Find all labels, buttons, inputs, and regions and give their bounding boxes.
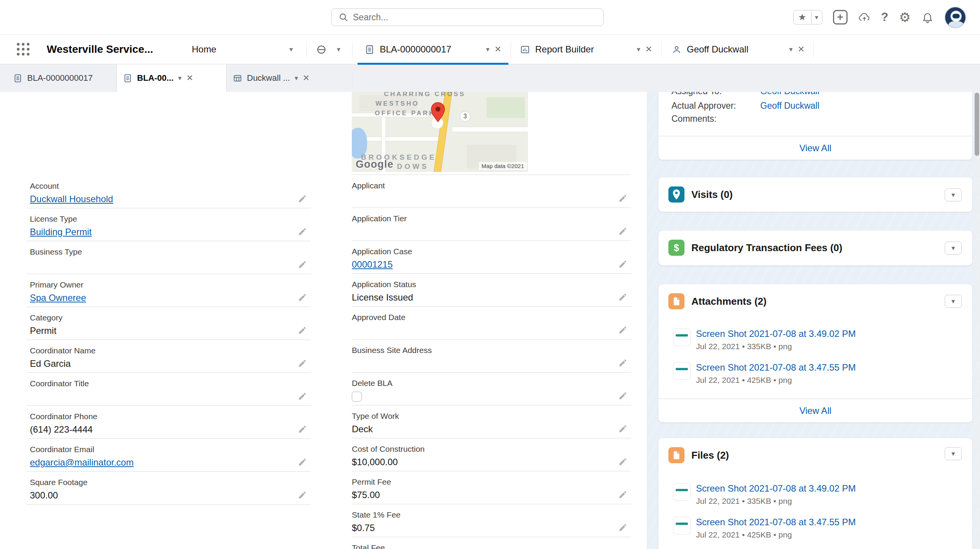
- close-icon[interactable]: ✕: [186, 73, 193, 83]
- card-title[interactable]: Visits (0): [691, 189, 733, 201]
- edit-pencil-icon[interactable]: [618, 325, 627, 335]
- vertical-scrollbar[interactable]: [974, 92, 980, 549]
- nav-item-temp-icon[interactable]: [316, 34, 327, 64]
- edit-pencil-icon[interactable]: [298, 490, 307, 500]
- edit-pencil-icon[interactable]: [618, 490, 627, 499]
- subtab-bla-active[interactable]: BLA-00... ▾ ✕: [116, 64, 227, 92]
- record-doc-icon: [13, 74, 23, 83]
- nav-tab-bla[interactable]: BLA-0000000017 ▾ ✕: [358, 34, 508, 64]
- close-icon[interactable]: ✕: [645, 44, 652, 54]
- nav-tab-contact[interactable]: Geoff Duckwall ▾ ✕: [665, 34, 812, 64]
- close-icon[interactable]: ✕: [798, 44, 805, 54]
- field-label: Coordinator Title: [30, 373, 311, 388]
- detail-center-column: CHARRING CROSS WESTSHO OFFICE PARK BROOK…: [352, 92, 631, 549]
- chevron-down-icon[interactable]: ▾: [294, 74, 298, 82]
- card-title[interactable]: Regulatory Transaction Fees (0): [691, 242, 842, 254]
- collapse-chevron-button[interactable]: ▾: [945, 447, 962, 460]
- app-name: Westerville Service...: [47, 34, 153, 64]
- avatar-visor: [952, 14, 960, 18]
- approval-value-link[interactable]: Geoff Duckwall: [760, 101, 819, 111]
- view-all-link[interactable]: View All: [799, 143, 831, 154]
- setup-gear-icon[interactable]: ⚙: [899, 10, 911, 25]
- edit-pencil-icon[interactable]: [298, 392, 307, 401]
- edit-pencil-icon[interactable]: [298, 359, 307, 368]
- edit-pencil-icon[interactable]: [298, 293, 307, 302]
- approval-row-assigned-to: Assigned To: Geoff Duckwall: [671, 92, 963, 96]
- card-title[interactable]: Attachments (2): [691, 296, 766, 307]
- field-label: Applicant: [352, 175, 631, 190]
- nav-tab-report-builder[interactable]: Report Builder ▾ ✕: [513, 34, 659, 64]
- global-search-box[interactable]: Search...: [331, 8, 604, 26]
- card-title[interactable]: Files (2): [691, 449, 729, 461]
- nav-temp-chevron-icon[interactable]: ▾: [337, 34, 340, 64]
- attachment-name-link[interactable]: Screen Shot 2021-07-08 at 3.47.55 PM: [696, 362, 856, 373]
- close-icon[interactable]: ✕: [303, 73, 310, 83]
- field-value-link[interactable]: Duckwall Household: [30, 194, 113, 205]
- app-launcher-icon[interactable]: [17, 43, 30, 56]
- field-row-application-tier: Application Tier: [352, 208, 631, 241]
- close-icon[interactable]: ✕: [495, 44, 501, 54]
- chevron-down-icon[interactable]: ▾: [637, 45, 640, 54]
- field-value: [352, 358, 631, 369]
- file-name-link[interactable]: Screen Shot 2021-07-08 at 3.49.02 PM: [696, 483, 856, 494]
- edit-pencil-icon[interactable]: [618, 292, 627, 302]
- notifications-bell-icon[interactable]: [921, 11, 934, 23]
- edit-pencil-icon[interactable]: [618, 523, 627, 532]
- collapse-chevron-button[interactable]: ▾: [945, 188, 962, 201]
- field-value: [352, 226, 631, 238]
- edit-pencil-icon[interactable]: [618, 391, 627, 400]
- edit-pencil-icon[interactable]: [298, 227, 307, 236]
- subtab-duckwall[interactable]: Duckwall ... ▾ ✕: [227, 64, 351, 92]
- edit-pencil-icon[interactable]: [618, 457, 627, 466]
- scrollbar-thumb[interactable]: [975, 93, 979, 156]
- delete-bla-checkbox[interactable]: [352, 392, 362, 402]
- help-icon[interactable]: ?: [881, 10, 889, 24]
- edit-pencil-icon[interactable]: [298, 260, 307, 269]
- attachments-card-header: Attachments (2): [658, 284, 972, 319]
- nav-divider: [662, 41, 662, 57]
- field-value-link[interactable]: edgarcia@mailinator.com: [30, 457, 134, 469]
- field-value-link[interactable]: Spa Owneree: [30, 292, 86, 304]
- edit-pencil-icon[interactable]: [298, 425, 307, 434]
- user-avatar[interactable]: [944, 7, 966, 28]
- field-label: Delete BLA: [352, 373, 631, 388]
- approval-value-link[interactable]: Geoff Duckwall: [760, 92, 819, 96]
- nav-item-home[interactable]: Home: [192, 34, 216, 64]
- guidance-center-cloud-icon[interactable]: [858, 11, 871, 23]
- attachment-thumbnail[interactable]: [673, 362, 691, 380]
- chevron-down-icon[interactable]: ▾: [789, 45, 793, 54]
- view-all-link[interactable]: View All: [799, 405, 831, 416]
- edit-pencil-icon[interactable]: [298, 194, 307, 203]
- file-name-link[interactable]: Screen Shot 2021-07-08 at 3.47.55 PM: [696, 517, 856, 528]
- chevron-down-icon[interactable]: ▾: [486, 45, 490, 54]
- collapse-chevron-button[interactable]: ▾: [945, 295, 962, 308]
- edit-pencil-icon[interactable]: [298, 326, 307, 335]
- field-value-link[interactable]: 00001215: [352, 259, 393, 271]
- subtab-bla-primary[interactable]: BLA-0000000017: [7, 64, 99, 92]
- chevron-down-icon: ▾: [951, 297, 955, 306]
- edit-pencil-icon[interactable]: [618, 358, 627, 368]
- favorites-star-icon[interactable]: ★: [794, 10, 811, 24]
- field-row-account: Account Duckwall Household: [26, 175, 311, 208]
- field-row-cost-of-construction: Cost of Construction $10,000.00: [352, 438, 631, 471]
- file-thumbnail[interactable]: [673, 483, 691, 501]
- chevron-down-icon: ▾: [951, 244, 955, 252]
- nav-home-chevron-icon[interactable]: ▾: [289, 34, 293, 64]
- edit-pencil-icon[interactable]: [618, 260, 627, 269]
- map-green-area: [487, 97, 525, 118]
- field-value: $10,000.00: [352, 457, 631, 468]
- chevron-down-icon[interactable]: ▾: [178, 74, 181, 82]
- favorites-chevron-icon[interactable]: ▾: [811, 10, 822, 24]
- edit-pencil-icon[interactable]: [618, 227, 627, 236]
- edit-pencil-icon[interactable]: [618, 194, 627, 203]
- table-icon: [233, 74, 242, 83]
- collapse-chevron-button[interactable]: ▾: [945, 242, 962, 255]
- attachment-thumbnail[interactable]: [673, 328, 691, 346]
- field-value-link[interactable]: Building Permit: [30, 227, 91, 238]
- edit-pencil-icon[interactable]: [618, 424, 627, 433]
- approval-label: Comments:: [671, 114, 760, 124]
- file-thumbnail[interactable]: [673, 517, 691, 534]
- attachment-name-link[interactable]: Screen Shot 2021-07-08 at 3.49.02 PM: [696, 328, 856, 339]
- global-actions-plus-icon[interactable]: +: [833, 10, 848, 25]
- edit-pencil-icon[interactable]: [298, 458, 307, 467]
